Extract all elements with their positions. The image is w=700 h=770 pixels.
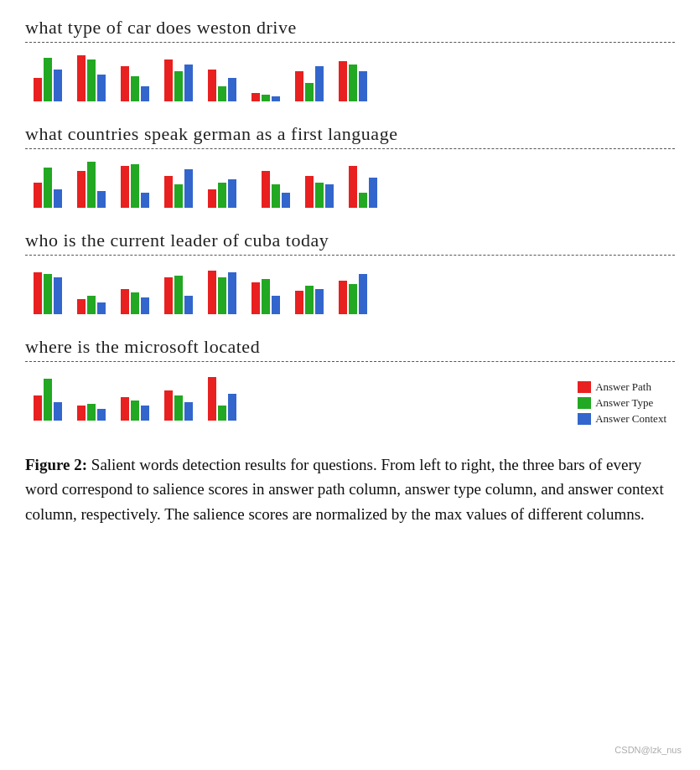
word-group-1-2 [121, 164, 149, 208]
word-group-3-3 [164, 390, 193, 421]
bar-1-6-0 [305, 176, 314, 208]
bar-2-1-1 [87, 296, 96, 314]
bar-2-4-1 [218, 277, 226, 314]
question-text-q4: where is the microsoft located [25, 336, 675, 358]
bar-2-5-0 [251, 282, 260, 314]
divider-q2 [25, 148, 675, 149]
question-text-q2: what countries speak german as a first l… [25, 123, 675, 145]
bar-0-5-2 [272, 96, 280, 101]
bar-0-1-2 [97, 75, 106, 101]
bar-2-4-2 [228, 272, 236, 314]
word-group-2-6 [295, 286, 324, 314]
legend-color-2 [578, 413, 591, 425]
bar-2-3-2 [184, 296, 193, 314]
bar-3-1-2 [97, 409, 106, 421]
bar-0-6-0 [295, 71, 303, 101]
chart-section-q1: what type of car does weston drive [25, 17, 675, 108]
divider-q1 [25, 42, 675, 43]
bar-0-1-0 [77, 55, 86, 101]
word-group-0-6 [295, 66, 324, 101]
bar-1-5-0 [262, 171, 270, 208]
bar-1-2-1 [131, 164, 139, 208]
bar-1-2-0 [121, 166, 129, 208]
bar-3-2-0 [121, 397, 129, 421]
bar-0-2-1 [131, 76, 139, 101]
bar-1-4-0 [208, 189, 216, 208]
bar-3-3-2 [184, 402, 193, 421]
legend-section: Answer PathAnswer TypeAnswer Context [578, 380, 666, 426]
bar-2-2-0 [121, 289, 129, 314]
bar-0-2-0 [121, 66, 129, 101]
legend-color-0 [578, 381, 591, 393]
word-group-1-7 [349, 166, 377, 208]
word-group-0-2 [121, 66, 149, 101]
bar-0-3-0 [164, 59, 173, 101]
question-text-q3: who is the current leader of cuba today [25, 230, 675, 251]
bar-2-5-2 [272, 296, 280, 314]
word-group-0-5 [251, 93, 280, 101]
watermark: CSDN@lzk_nus [614, 745, 682, 755]
question-text-q1: what type of car does weston drive [25, 17, 675, 39]
bar-0-3-2 [184, 65, 193, 101]
bar-2-1-0 [77, 299, 86, 314]
legend-label-2: Answer Context [595, 412, 666, 426]
bar-2-7-0 [339, 281, 347, 314]
bar-1-1-2 [97, 191, 106, 208]
caption-text: Salient words detection results for ques… [25, 456, 664, 523]
word-group-0-0 [34, 58, 62, 101]
bar-1-0-2 [54, 189, 62, 208]
bar-0-2-2 [141, 86, 149, 101]
bar-3-3-0 [164, 390, 173, 421]
bar-0-4-2 [228, 78, 236, 101]
bar-2-6-1 [305, 286, 314, 314]
bar-0-3-1 [174, 71, 183, 101]
bar-0-5-0 [251, 93, 260, 101]
bar-0-4-0 [208, 70, 216, 101]
bar-0-0-0 [34, 78, 42, 101]
bar-3-1-0 [77, 406, 86, 421]
bar-2-2-1 [131, 292, 139, 314]
bar-1-5-1 [272, 184, 280, 208]
bar-1-2-2 [141, 193, 149, 208]
word-group-1-5 [262, 171, 290, 208]
bar-0-4-1 [218, 86, 226, 101]
chart-section-q3: who is the current leader of cuba today [25, 230, 675, 321]
word-group-3-4 [208, 377, 236, 421]
bar-2-3-1 [174, 276, 183, 314]
word-group-3-0 [34, 379, 62, 421]
word-group-0-4 [208, 70, 236, 101]
legend-item-2: Answer Context [578, 412, 666, 426]
legend-label-1: Answer Type [595, 396, 653, 410]
bar-0-1-1 [87, 59, 96, 101]
bar-2-6-2 [315, 289, 324, 314]
word-group-2-3 [164, 276, 193, 314]
word-group-1-6 [305, 176, 334, 208]
word-group-1-3 [164, 169, 193, 208]
bar-1-0-0 [34, 183, 42, 208]
bar-1-4-2 [228, 179, 236, 208]
word-group-3-1 [77, 404, 106, 421]
legend-item-1: Answer Type [578, 396, 666, 410]
word-group-2-7 [339, 274, 367, 314]
bar-1-4-1 [218, 183, 226, 208]
bar-0-7-2 [359, 71, 367, 101]
word-group-2-5 [251, 279, 280, 314]
row4-container: Answer PathAnswer TypeAnswer Context [25, 369, 675, 429]
bar-2-5-1 [262, 279, 270, 314]
bar-2-0-0 [34, 272, 42, 314]
word-group-2-1 [77, 296, 106, 314]
bar-1-3-2 [184, 169, 193, 208]
word-group-2-0 [34, 272, 62, 314]
bar-2-7-2 [359, 274, 367, 314]
bar-1-0-1 [44, 168, 52, 208]
bar-2-0-2 [54, 277, 62, 314]
bar-2-0-1 [44, 274, 52, 314]
bar-2-7-1 [349, 284, 357, 314]
bar-0-7-1 [349, 65, 357, 101]
bar-2-3-0 [164, 277, 173, 314]
bar-1-3-0 [164, 176, 173, 208]
bar-3-0-2 [54, 402, 62, 421]
bar-0-0-2 [54, 70, 62, 101]
bar-3-3-1 [174, 395, 183, 421]
word-group-0-7 [339, 61, 367, 101]
